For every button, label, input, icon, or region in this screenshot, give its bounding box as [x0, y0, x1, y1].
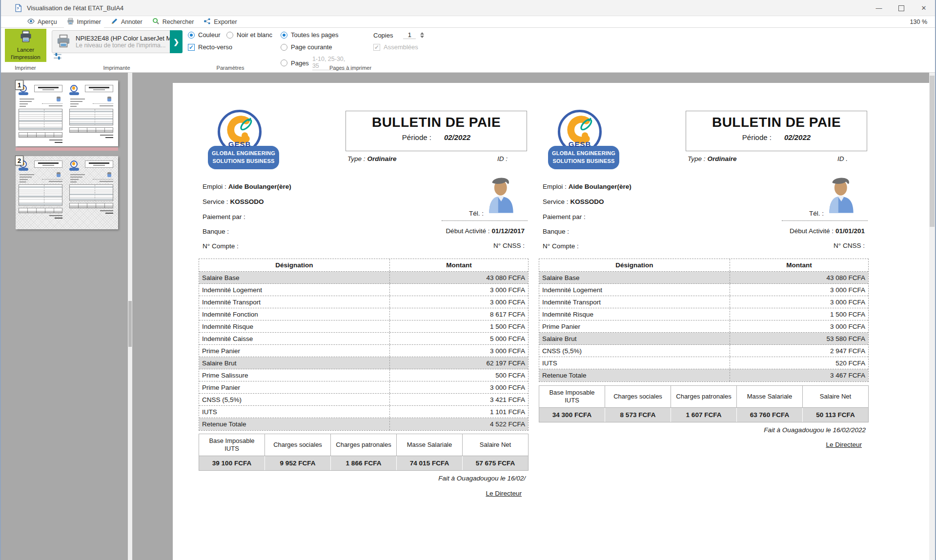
row-montant: 43 080 FCFA — [390, 272, 528, 283]
summary-value: 1 607 FCFA — [671, 408, 737, 422]
banque-row: Banque : — [203, 228, 229, 235]
row-montant: 8 617 FCFA — [390, 308, 528, 320]
thumbnail-page-2[interactable]: 2 — [16, 156, 118, 229]
table-row: Retenue Totale3 467 FCFA — [539, 369, 868, 381]
table-row: Salaire Base43 080 FCFA — [199, 272, 528, 284]
id-label: ID : — [497, 155, 508, 162]
page-number-badge: 2 — [15, 156, 23, 165]
printer-select[interactable]: NPIE32E48 (HP Color LaserJet M... Le niv… — [52, 30, 183, 53]
footer-date: Fait à Ouagadougou le 16/02/2022 — [764, 426, 866, 434]
periode-label: Période : — [742, 133, 772, 141]
ribbon-tabs: Aperçu Imprimer Annoter Rechercher Expor… — [1, 16, 935, 28]
bulletin-header-box: BULLETIN DE PAIE Période :02/2022 — [346, 111, 527, 151]
thumbnail-payslip-graphic — [18, 83, 64, 144]
thumbnails-scrollbar[interactable] — [128, 73, 132, 560]
document-page: GESB GLOBAL ENGINEERING SOLUTIONS BUSINE… — [173, 83, 931, 560]
maximize-button[interactable] — [890, 0, 913, 16]
summary-header: Charges patronales — [331, 434, 397, 456]
table-row: IUTS1 101 FCFA — [199, 406, 528, 418]
paiement-row: Paiement par : — [203, 213, 245, 220]
debut-activite-row: Début Activité :01/01/201 — [790, 227, 865, 235]
thumbnail-selection-strip — [16, 147, 118, 151]
tab-imprimer[interactable]: Imprimer — [62, 16, 106, 27]
row-designation: Salaire Base — [539, 272, 730, 283]
row-designation: Salaire Brut — [539, 333, 730, 344]
copies-input[interactable]: 1 — [403, 31, 416, 39]
summary-header: Charges sociales — [605, 386, 671, 407]
service-row: Service :KOSSODO — [543, 198, 604, 205]
row-montant: 5 000 FCFA — [390, 333, 528, 344]
printer-status: Le niveau de toner de l'imprima... — [76, 42, 177, 49]
table-row: Indemnité Logement3 000 FCFA — [199, 284, 528, 296]
table-row: Indemnité Risque1 500 FCFA — [539, 308, 868, 320]
tab-rechercher[interactable]: Rechercher — [147, 16, 199, 27]
periode-row: Période :02/2022 — [346, 133, 527, 141]
checkbox-recto-verso[interactable]: ✓ Recto-verso — [188, 43, 232, 51]
footer-signature: Le Directeur — [486, 490, 522, 497]
summary-value: 57 675 FCFA — [463, 456, 528, 470]
table-row: Prime Panier3 000 FCFA — [199, 345, 528, 357]
summary-header: Masse Salariale — [397, 434, 463, 456]
stepper-up-icon[interactable] — [420, 32, 424, 35]
window-title: Visualisation de l'état ETAT_BulA4 — [27, 4, 123, 12]
scrollbar-thumb[interactable] — [930, 76, 935, 227]
row-montant: 500 FCFA — [390, 369, 528, 381]
launch-print-button[interactable]: Lancerl'impression — [5, 29, 46, 62]
payslip-right: GESB GLOBAL ENGINEERING SOLUTIONS BUSINE… — [539, 83, 869, 560]
close-button[interactable]: ✕ — [913, 0, 935, 16]
periode-label: Période : — [402, 133, 431, 141]
stepper-down-icon[interactable] — [420, 36, 424, 38]
summary-header: Masse Salariale — [737, 386, 803, 407]
radio-page-courante[interactable]: Page courante — [281, 43, 332, 51]
row-designation: Prime Panier — [199, 381, 390, 393]
printer-chevron-button[interactable]: ❯ — [170, 30, 183, 53]
row-montant: 3 000 FCFA — [730, 320, 868, 332]
row-montant: 3 000 FCFA — [730, 284, 868, 296]
scrollbar-thumb[interactable] — [128, 301, 132, 347]
table-header-row: Désignation Montant — [539, 259, 868, 272]
window-controls: — ✕ — [868, 0, 935, 16]
row-designation: Indemnité Risque — [199, 320, 390, 332]
row-montant: 3 467 FCFA — [730, 369, 868, 381]
report-document-icon — [14, 4, 22, 12]
logo-caption: GLOBAL ENGINEERING SOLUTIONS BUSINESS — [208, 146, 279, 169]
bulletin-header-box: BULLETIN DE PAIE Période :02/2022 — [686, 111, 867, 151]
dotted-separator — [782, 220, 868, 221]
checkmark-icon: ✓ — [373, 44, 380, 51]
row-designation: Prime Panier — [539, 320, 730, 332]
print-settings-sliders-icon[interactable] — [53, 51, 62, 61]
row-designation: Indemnité Transport — [199, 296, 390, 308]
main-scrollbar[interactable] — [929, 73, 935, 560]
id-label: ID . — [837, 155, 848, 162]
thumbnail-page-1[interactable]: 1 — [16, 80, 118, 146]
row-montant: 62 197 FCFA — [390, 357, 528, 369]
zoom-level: 130 % — [910, 16, 927, 28]
payslip-left: GESB GLOBAL ENGINEERING SOLUTIONS BUSINE… — [199, 83, 529, 560]
radio-couleur[interactable]: Couleur — [188, 31, 221, 39]
checkbox-assemblees: ✓ Assemblées — [373, 43, 418, 51]
row-designation: Indemnité Logement — [199, 284, 390, 296]
group-label-imprimante: Imprimante — [103, 65, 130, 71]
table-row: Indemnité Logement3 000 FCFA — [539, 284, 868, 296]
summary-value: 1 866 FCFA — [331, 456, 397, 470]
radio-toutes-les-pages[interactable]: Toutes les pages — [281, 31, 339, 39]
table-row: CNSS (5,5%)2 947 FCFA — [539, 345, 868, 357]
printer-icon — [67, 18, 74, 26]
tab-exporter[interactable]: Exporter — [199, 16, 242, 27]
radio-icon — [281, 32, 287, 39]
minimize-button[interactable]: — — [868, 0, 890, 16]
tab-annoter[interactable]: Annoter — [106, 16, 147, 27]
summary-table: Base Imposable IUTSCharges socialesCharg… — [199, 434, 529, 471]
print-ribbon: Lancerl'impression NPIE32E48 (HP Color L… — [1, 28, 935, 73]
row-montant: 4 522 FCFA — [390, 418, 528, 430]
row-montant: 3 000 FCFA — [390, 296, 528, 308]
printer-icon — [20, 30, 32, 45]
row-montant: 53 580 FCFA — [730, 333, 868, 344]
summary-value: 50 113 FCFA — [803, 408, 868, 422]
tab-apercu[interactable]: Aperçu — [22, 16, 62, 27]
radio-noir-et-blanc[interactable]: Noir et blanc — [226, 31, 272, 39]
radio-icon — [281, 44, 287, 51]
printer-name: NPIE32E48 (HP Color LaserJet M... — [76, 35, 177, 42]
share-icon — [203, 18, 211, 26]
table-row: Salaire Base43 080 FCFA — [539, 272, 868, 284]
